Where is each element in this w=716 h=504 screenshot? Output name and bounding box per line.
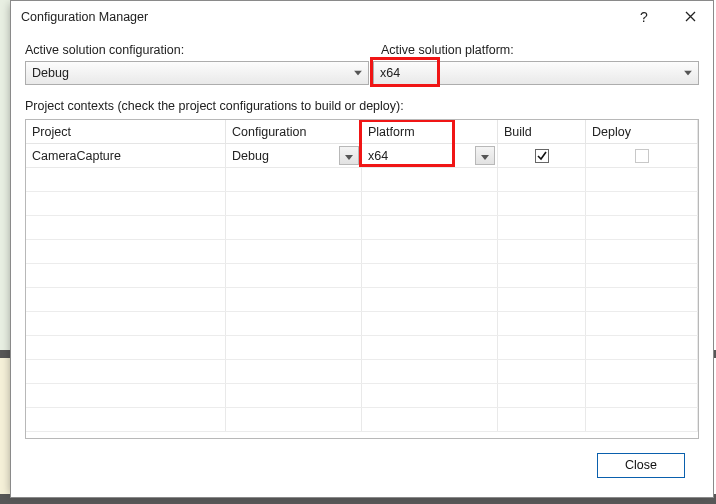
col-deploy-header[interactable]: Deploy bbox=[586, 120, 698, 144]
active-platform-value: x64 bbox=[380, 66, 400, 80]
close-button[interactable]: Close bbox=[597, 453, 685, 478]
active-platform-label: Active solution platform: bbox=[381, 43, 699, 57]
cell-build[interactable] bbox=[498, 144, 586, 167]
close-button-label: Close bbox=[625, 458, 657, 472]
cell-project-text: CameraCapture bbox=[32, 149, 121, 163]
col-configuration-header[interactable]: Configuration bbox=[226, 120, 362, 144]
dialog-title: Configuration Manager bbox=[21, 10, 148, 24]
table-row: CameraCapture Debug x64 bbox=[26, 144, 698, 168]
project-contexts-grid: Project Configuration Platform Build Dep… bbox=[25, 119, 699, 439]
cell-platform-dropdown-button[interactable] bbox=[475, 146, 495, 165]
project-contexts-label: Project contexts (check the project conf… bbox=[25, 99, 699, 113]
cell-platform[interactable]: x64 bbox=[362, 144, 498, 167]
help-icon: ? bbox=[640, 9, 648, 25]
active-config-dropdown[interactable]: Debug bbox=[25, 61, 369, 85]
chevron-down-icon bbox=[354, 71, 362, 76]
col-build-header[interactable]: Build bbox=[498, 120, 586, 144]
cell-configuration[interactable]: Debug bbox=[226, 144, 362, 167]
build-checkbox[interactable] bbox=[535, 149, 549, 163]
close-icon bbox=[685, 10, 696, 25]
cell-config-dropdown-button[interactable] bbox=[339, 146, 359, 165]
col-project-header[interactable]: Project bbox=[26, 120, 226, 144]
cell-platform-text: x64 bbox=[368, 149, 388, 163]
col-platform-header[interactable]: Platform bbox=[362, 120, 498, 144]
chevron-down-icon bbox=[345, 149, 353, 163]
cell-config-text: Debug bbox=[232, 149, 269, 163]
deploy-checkbox bbox=[635, 149, 649, 163]
chevron-down-icon bbox=[481, 149, 489, 163]
chevron-down-icon bbox=[684, 71, 692, 76]
active-platform-dropdown[interactable]: x64 bbox=[373, 61, 699, 85]
close-window-button[interactable] bbox=[667, 1, 713, 33]
help-button[interactable]: ? bbox=[621, 1, 667, 33]
cell-deploy bbox=[586, 144, 698, 167]
active-config-value: Debug bbox=[32, 66, 69, 80]
active-config-label: Active solution configuration: bbox=[25, 43, 369, 57]
cell-project: CameraCapture bbox=[26, 144, 226, 167]
configuration-manager-dialog: Configuration Manager ? Active solution … bbox=[10, 0, 714, 498]
titlebar: Configuration Manager ? bbox=[11, 1, 713, 33]
